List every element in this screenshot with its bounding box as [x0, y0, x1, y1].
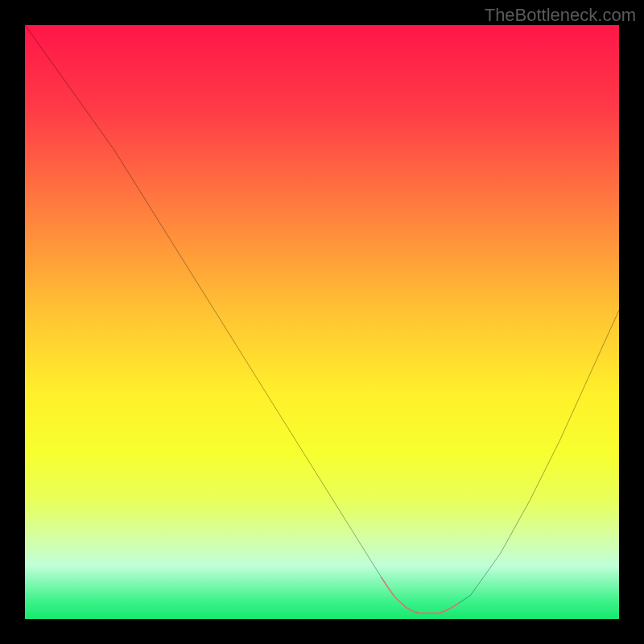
bottleneck-curve — [25, 25, 619, 613]
band-marker — [382, 577, 459, 613]
curve-layer — [25, 25, 619, 619]
plot-area — [25, 25, 619, 619]
watermark-text: TheBottleneck.com — [485, 5, 636, 26]
